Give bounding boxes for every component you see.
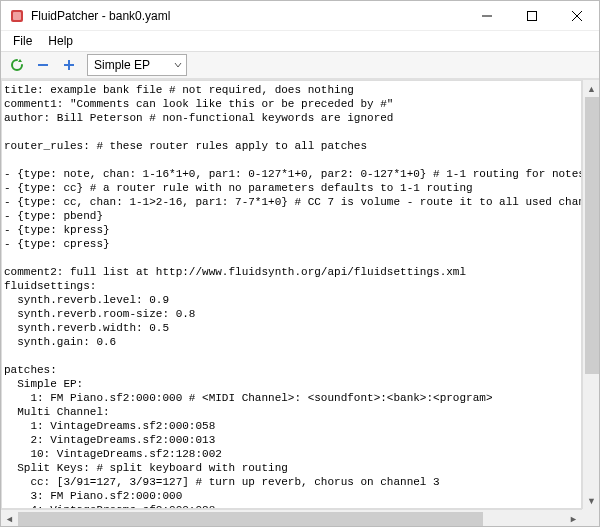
close-button[interactable]: [554, 1, 599, 31]
window-title: FluidPatcher - bank0.yaml: [31, 9, 170, 23]
scroll-right-button[interactable]: ►: [565, 510, 582, 527]
scrollbar-corner: [582, 509, 599, 526]
app-icon: [9, 8, 25, 24]
toolbar: Simple EP: [1, 51, 599, 79]
yaml-editor[interactable]: title: example bank file # not required,…: [1, 80, 582, 509]
svg-rect-1: [13, 12, 21, 20]
vertical-scrollbar[interactable]: ▲ ▼: [582, 80, 599, 509]
horizontal-scrollbar[interactable]: ◄ ►: [1, 509, 582, 526]
svg-rect-5: [68, 60, 70, 70]
menu-help[interactable]: Help: [40, 32, 81, 50]
scroll-v-thumb[interactable]: [585, 97, 600, 374]
refresh-button[interactable]: [5, 54, 29, 76]
plus-icon: [62, 58, 76, 72]
svg-rect-2: [527, 11, 536, 20]
editor-area: title: example bank file # not required,…: [1, 79, 599, 526]
chevron-down-icon: [174, 58, 182, 72]
refresh-icon: [9, 57, 25, 73]
titlebar: FluidPatcher - bank0.yaml: [1, 1, 599, 31]
scroll-down-button[interactable]: ▼: [583, 492, 600, 509]
svg-rect-3: [38, 64, 48, 66]
maximize-button[interactable]: [509, 1, 554, 31]
menubar: File Help: [1, 31, 599, 51]
scroll-h-thumb[interactable]: [18, 512, 483, 527]
menu-file[interactable]: File: [5, 32, 40, 50]
scroll-v-track[interactable]: [583, 97, 599, 492]
scroll-left-button[interactable]: ◄: [1, 510, 18, 527]
prev-button[interactable]: [31, 54, 55, 76]
patch-select[interactable]: Simple EP: [87, 54, 187, 76]
minimize-button[interactable]: [464, 1, 509, 31]
next-button[interactable]: [57, 54, 81, 76]
scroll-h-track[interactable]: [18, 510, 565, 526]
scroll-up-button[interactable]: ▲: [583, 80, 600, 97]
patch-select-value: Simple EP: [94, 58, 150, 72]
minus-icon: [36, 58, 50, 72]
